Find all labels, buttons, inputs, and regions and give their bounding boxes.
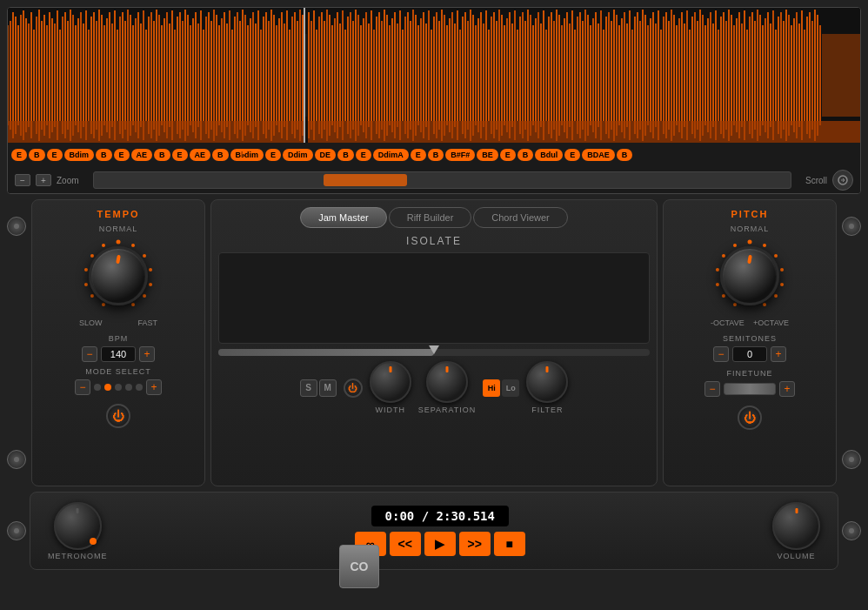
svg-rect-172 — [454, 23, 456, 127]
tab-riff-builder[interactable]: Riff Builder — [389, 207, 472, 228]
svg-rect-87 — [231, 30, 233, 121]
svg-rect-191 — [504, 25, 505, 125]
pitch-knob[interactable] — [720, 246, 779, 305]
bottom-right-button[interactable] — [842, 521, 861, 540]
svg-point-328 — [90, 254, 94, 258]
svg-rect-159 — [420, 18, 422, 132]
right-top-button[interactable] — [842, 217, 861, 236]
scroll-track[interactable] — [93, 171, 791, 189]
stop-button[interactable]: ■ — [494, 532, 525, 556]
forward-button[interactable]: >> — [459, 532, 491, 556]
svg-rect-127 — [337, 12, 338, 138]
left-bottom-button[interactable] — [7, 450, 26, 469]
bottom-left-button[interactable] — [7, 521, 26, 540]
svg-rect-311 — [817, 15, 818, 136]
svg-rect-262 — [689, 30, 691, 121]
chord-pill: E — [356, 149, 371, 161]
zoom-plus-button[interactable]: + — [36, 174, 51, 186]
svg-rect-125 — [331, 25, 333, 125]
svg-rect-257 — [676, 25, 678, 125]
svg-rect-195 — [514, 10, 516, 140]
tab-jam-master[interactable]: Jam Master — [300, 207, 386, 228]
waveform-section: // This will be rendered as static SVG b… — [7, 7, 861, 194]
svg-rect-9 — [28, 23, 30, 127]
zoom-minus-button[interactable]: − — [15, 174, 30, 186]
svg-rect-5 — [17, 25, 19, 125]
bpm-plus-button[interactable]: + — [139, 346, 155, 362]
semitones-minus-button[interactable]: − — [713, 346, 729, 362]
tab-chord-viewer[interactable]: Chord Viewer — [473, 207, 567, 228]
bpm-label: BPM — [109, 334, 129, 343]
svg-rect-215 — [566, 12, 568, 138]
svg-rect-137 — [363, 18, 364, 132]
semitones-plus-button[interactable]: + — [771, 346, 786, 362]
tempo-knob[interactable] — [89, 246, 148, 305]
svg-rect-197 — [519, 17, 521, 134]
finetune-plus-button[interactable]: + — [779, 381, 795, 397]
chord-pill: AE — [131, 149, 153, 161]
pitch-power-button[interactable]: ⏻ — [738, 406, 762, 430]
scroll-button[interactable] — [832, 170, 853, 191]
tempo-power-button[interactable]: ⏻ — [106, 404, 130, 428]
width-knob[interactable] — [370, 361, 411, 403]
svg-rect-190 — [501, 15, 503, 136]
svg-rect-273 — [718, 30, 719, 121]
right-bottom-button[interactable] — [842, 450, 861, 469]
svg-rect-291 — [765, 18, 766, 132]
isolate-slider[interactable] — [218, 349, 650, 356]
chord-pill: Bdul — [535, 149, 563, 161]
svg-rect-282 — [741, 23, 743, 127]
chord-pill: B — [212, 149, 229, 161]
chord-pill: E — [500, 149, 516, 161]
svg-rect-238 — [626, 23, 628, 127]
svg-point-343 — [716, 283, 719, 286]
filter-knob[interactable] — [526, 361, 568, 403]
left-top-button[interactable] — [7, 217, 26, 236]
hi-button[interactable]: Hi — [483, 379, 500, 397]
metronome-label: METRONOME — [48, 552, 108, 560]
svg-rect-148 — [391, 18, 393, 132]
play-button[interactable]: ▶ — [424, 532, 456, 556]
svg-rect-308 — [809, 12, 811, 138]
svg-rect-86 — [229, 10, 230, 140]
svg-rect-2 — [10, 21, 11, 130]
svg-point-341 — [722, 254, 725, 258]
svg-rect-185 — [488, 30, 490, 121]
scroll-label: Scroll — [805, 176, 827, 185]
m-button[interactable]: M — [319, 379, 337, 397]
svg-rect-290 — [762, 25, 764, 125]
chord-pill: E — [265, 149, 281, 161]
svg-rect-92 — [244, 15, 246, 136]
svg-rect-95 — [252, 12, 254, 138]
slider-handle[interactable] — [429, 345, 439, 354]
waveform-svg: // This will be rendered as static SVG b… — [8, 8, 860, 143]
svg-point-338 — [774, 294, 778, 298]
svg-rect-97 — [257, 10, 259, 140]
volume-label: VOLUME — [777, 552, 815, 560]
svg-rect-46 — [124, 21, 126, 130]
svg-rect-247 — [650, 18, 651, 132]
svg-rect-10 — [30, 12, 32, 138]
semitones-value: 0 — [732, 346, 767, 362]
bpm-minus-button[interactable]: − — [82, 346, 97, 362]
svg-rect-35 — [96, 21, 97, 130]
svg-rect-269 — [707, 18, 709, 132]
isolate-power-button[interactable]: ⏻ — [344, 379, 363, 398]
isolate-slider-row — [218, 349, 650, 356]
svg-point-325 — [143, 294, 146, 298]
separation-knob[interactable] — [426, 361, 468, 403]
lo-button[interactable]: Lo — [502, 379, 519, 397]
s-button[interactable]: S — [300, 379, 317, 397]
rewind-button[interactable]: << — [390, 532, 421, 556]
mode-plus-button[interactable]: + — [146, 379, 162, 395]
svg-rect-204 — [537, 12, 539, 138]
svg-rect-235 — [618, 25, 620, 125]
finetune-track[interactable] — [724, 383, 776, 395]
mode-minus-button[interactable]: − — [75, 379, 90, 395]
svg-rect-16 — [46, 25, 48, 125]
metronome-knob[interactable] — [54, 502, 102, 550]
svg-rect-283 — [744, 10, 745, 140]
svg-rect-298 — [783, 21, 785, 130]
finetune-minus-button[interactable]: − — [704, 381, 720, 397]
volume-knob[interactable] — [772, 502, 820, 550]
